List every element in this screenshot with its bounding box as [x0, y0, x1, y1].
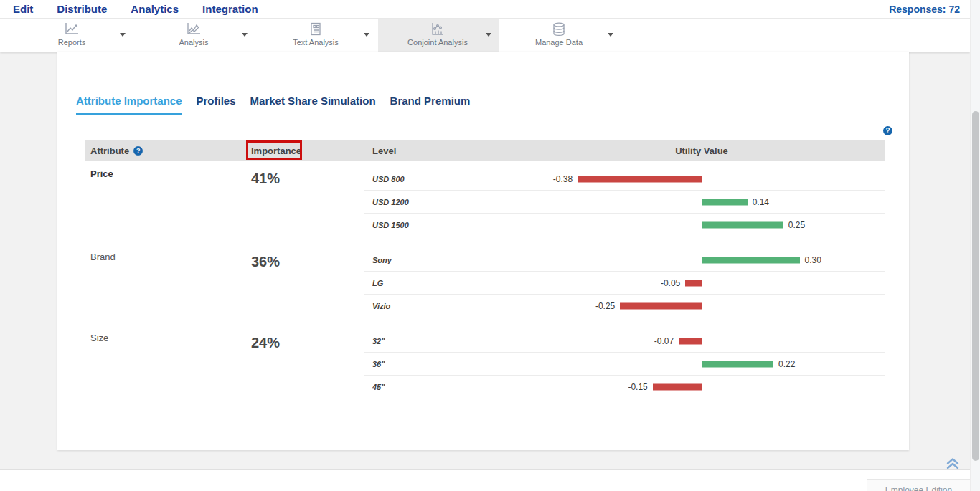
vertical-scrollbar-thumb[interactable]	[972, 111, 979, 461]
utility-bar	[702, 361, 773, 367]
toolbar-item-label: Conjoint Analysis	[407, 38, 468, 47]
tabs-divider	[65, 113, 893, 113]
utility-bar	[702, 257, 800, 263]
attribute-name: Brand	[85, 244, 246, 325]
level-label: USD 1200	[364, 198, 501, 206]
utility-bar	[620, 303, 702, 310]
manage-data-dropdown-caret[interactable]	[608, 33, 613, 37]
importance-value: 24%	[246, 325, 364, 406]
utility-bar-cell: 0.25	[501, 214, 885, 237]
toolbar-item-text-analysis[interactable]: Text Analysis	[265, 22, 366, 50]
footer-bar	[0, 469, 970, 491]
tab-attribute-importance[interactable]: Attribute Importance	[76, 95, 182, 115]
level-row: 36" 0.22	[364, 353, 885, 376]
importance-value: 36%	[246, 244, 364, 325]
toolbar-item-label: Analysis	[179, 38, 209, 47]
utility-value-label: 0.30	[805, 255, 821, 265]
analytics-toolbar: Reports Analysis Text Analysis Conjoint …	[0, 19, 970, 52]
edition-badge: Employee Edition	[867, 479, 970, 491]
conjoint-analysis-dropdown-caret[interactable]	[486, 33, 491, 37]
scatter-chart-icon	[429, 22, 446, 37]
level-label: 32"	[364, 337, 501, 345]
level-label: Sony	[364, 256, 501, 264]
level-label: 45"	[364, 383, 501, 391]
toolbar-item-analysis[interactable]: Analysis	[143, 22, 244, 50]
utility-value-label: 0.25	[788, 220, 805, 230]
utility-bar-cell: -0.05	[501, 272, 885, 294]
line-chart-icon	[63, 22, 80, 37]
toolbar-item-label: Reports	[58, 38, 86, 47]
level-label: USD 800	[364, 175, 501, 183]
utility-bar	[702, 199, 748, 205]
level-row: Vizio -0.25	[364, 295, 885, 318]
vertical-scrollbar-track[interactable]	[970, 0, 980, 491]
utility-bar-cell: 0.30	[501, 249, 885, 271]
top-navigation: Edit Distribute Analytics Integration Re…	[0, 0, 970, 19]
analysis-dropdown-caret[interactable]	[242, 33, 248, 37]
tab-brand-premium[interactable]: Brand Premium	[390, 95, 471, 115]
tab-market-share-simulation[interactable]: Market Share Simulation	[250, 95, 376, 115]
utility-value-label: -0.05	[661, 278, 680, 288]
level-label: Vizio	[364, 302, 501, 310]
document-grid-icon	[307, 22, 324, 37]
utility-bar-cell: -0.15	[501, 376, 885, 399]
utility-value-label: 0.14	[753, 197, 769, 207]
level-rows: Sony 0.30 LG -0.05 Vizio -0.25	[364, 244, 885, 325]
importance-value: 41%	[246, 161, 364, 244]
level-rows: 32" -0.07 36" 0.22 45" -0.15	[364, 325, 885, 406]
attribute-group-brand: Brand 36% Sony 0.30 LG -0.05 Vizio -0.25	[85, 244, 885, 325]
header-attribute-label: Attribute	[90, 146, 129, 156]
nav-item-integration[interactable]: Integration	[202, 3, 258, 15]
utility-value-label: -0.38	[553, 174, 573, 184]
text-analysis-dropdown-caret[interactable]	[364, 33, 369, 37]
toolbar-item-reports[interactable]: Reports	[22, 22, 122, 50]
level-row: USD 800 -0.38	[364, 168, 885, 191]
utility-bar	[679, 338, 702, 344]
level-row: USD 1500 0.25	[364, 214, 885, 237]
utility-bar-cell: 0.22	[501, 353, 885, 375]
tab-profiles[interactable]: Profiles	[197, 95, 236, 115]
toolbar-item-label: Text Analysis	[293, 38, 339, 47]
attribute-group-price: Price 41% USD 800 -0.38 USD 1200 0.14 US…	[85, 161, 885, 244]
header-importance: Importance	[246, 140, 364, 161]
level-row: 32" -0.07	[364, 330, 885, 353]
database-icon	[550, 22, 567, 37]
help-icon[interactable]: ?	[883, 126, 892, 135]
utility-bar	[653, 384, 702, 391]
table-header-row: Attribute ? Importance Level Utility Val…	[85, 140, 885, 161]
reports-dropdown-caret[interactable]	[120, 33, 126, 37]
edition-label: Employee Edition	[885, 485, 952, 491]
attribute-importance-table: Attribute ? Importance Level Utility Val…	[85, 140, 885, 406]
header-utility-value: Utility Value	[501, 140, 885, 161]
toolbar-item-label: Manage Data	[535, 38, 583, 47]
level-rows: USD 800 -0.38 USD 1200 0.14 USD 1500 0.2…	[364, 161, 885, 244]
level-row: Sony 0.30	[364, 249, 885, 272]
question-mark-icon[interactable]: ?	[133, 146, 143, 156]
nav-item-distribute[interactable]: Distribute	[57, 3, 107, 15]
nav-item-edit[interactable]: Edit	[13, 3, 33, 15]
scroll-to-top-icon[interactable]	[944, 456, 961, 470]
utility-bar-cell: -0.38	[501, 168, 885, 190]
utility-value-label: -0.25	[595, 301, 615, 311]
utility-value-label: -0.07	[654, 336, 674, 346]
level-label: LG	[364, 279, 501, 287]
header-level-label: Level	[372, 146, 396, 156]
utility-value-label: -0.15	[628, 382, 647, 392]
header-utility-label: Utility Value	[675, 146, 728, 156]
utility-bar-cell: -0.07	[501, 330, 885, 352]
level-row: USD 1200 0.14	[364, 191, 885, 214]
responses-count[interactable]: Responses: 72	[889, 4, 960, 15]
level-row: LG -0.05	[364, 272, 885, 295]
utility-value-label: 0.22	[778, 359, 795, 369]
utility-bar-cell: 0.14	[501, 191, 885, 213]
conjoint-analysis-panel: Attribute Importance Profiles Market Sha…	[57, 52, 909, 450]
header-level: Level	[364, 146, 501, 156]
utility-bar	[702, 222, 783, 229]
nav-item-analytics[interactable]: Analytics	[131, 3, 179, 15]
conjoint-tabs: Attribute Importance Profiles Market Sha…	[76, 95, 470, 115]
attribute-group-size: Size 24% 32" -0.07 36" 0.22 45" -0.15	[85, 325, 885, 406]
utility-bar	[685, 280, 702, 286]
attribute-name: Size	[85, 325, 246, 406]
toolbar-item-manage-data[interactable]: Manage Data	[509, 22, 609, 50]
toolbar-item-conjoint-analysis[interactable]: Conjoint Analysis	[387, 22, 488, 50]
